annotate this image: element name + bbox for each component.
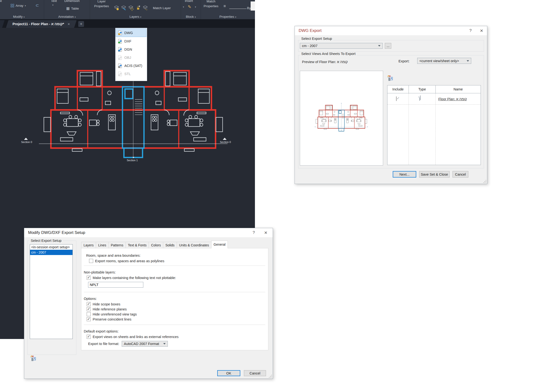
export-rooms-checkbox-row[interactable]: Export rooms, spaces and areas as polyli… — [89, 259, 164, 263]
combobox-value: AutoCAD 2007 Format — [124, 342, 162, 346]
setup-list-toolbar — [31, 357, 33, 361]
flyout-item-obj[interactable]: OBJ — [116, 53, 146, 61]
checkbox[interactable] — [87, 335, 91, 339]
tab-solids[interactable]: Solids — [163, 242, 177, 248]
listbox-item-selected[interactable]: cm - 2007 — [30, 250, 73, 255]
checkbox-label: Make layers containing the following tex… — [93, 276, 176, 280]
column-header-include[interactable]: Include — [387, 86, 409, 93]
flyout-item-label: DGN — [124, 48, 132, 51]
dwg-icon — [118, 30, 122, 35]
column-header-type[interactable]: Type — [409, 86, 435, 93]
flyout-item-label: DWG — [124, 31, 133, 35]
checkbox-label: Hide scope boxes — [93, 302, 120, 306]
default-export-options-label: Default export options: — [84, 329, 119, 333]
listbox-item[interactable]: <in-session export setup> — [30, 244, 73, 250]
chevron-down-icon — [467, 60, 469, 62]
export-setup-combobox[interactable]: cm - 2007 — [300, 43, 383, 49]
close-icon[interactable]: ✕ — [260, 228, 271, 237]
divider — [84, 266, 265, 266]
checkbox[interactable] — [87, 307, 91, 311]
tab-lines[interactable]: Lines — [96, 242, 109, 248]
checkbox-label: Export views on sheets and links as exte… — [93, 335, 179, 339]
column-header-name[interactable]: Name — [435, 86, 481, 93]
make-layers-checkbox-row[interactable]: Make layers containing the following tex… — [87, 276, 176, 280]
chevron-down-icon — [163, 343, 166, 344]
tab-general[interactable]: General — [211, 241, 228, 248]
modify-export-setup-dialog: Modify DWG/DXF Export Setup ? ✕ Select E… — [24, 228, 273, 379]
dialog-title: Modify DWG/DXF Export Setup — [28, 230, 85, 235]
hide-scope-boxes-row[interactable]: Hide scope boxes — [87, 302, 120, 306]
checkbox[interactable] — [87, 276, 91, 280]
help-icon[interactable]: ? — [465, 26, 476, 35]
close-icon[interactable]: ✕ — [476, 26, 487, 35]
flyout-item-dxf[interactable]: DXF — [116, 37, 146, 45]
flyout-item-label: DXF — [124, 39, 131, 43]
tab-layers[interactable]: Layers — [81, 242, 96, 248]
checkbox-label: Hide unreferenced view tags — [93, 312, 137, 316]
export-xref-checkbox-row[interactable]: Export views on sheets and links as exte… — [87, 335, 179, 339]
divider — [84, 325, 265, 325]
dwg-export-dialog: DWG Export ? ✕ Select Export Setup cm - … — [295, 26, 487, 184]
table-row-name-link[interactable]: Floor Plan: קומה א — [438, 97, 467, 101]
tab-text-fonts[interactable]: Text & Fonts — [125, 242, 149, 248]
checkbox[interactable] — [87, 317, 91, 321]
tab-patterns[interactable]: Patterns — [109, 242, 126, 248]
cancel-button[interactable]: Cancel — [453, 171, 468, 178]
autocad-drawing-canvas[interactable]: Section 1 Section 1 Section 0 Section 0 — [0, 161, 255, 178]
checkbox[interactable] — [87, 312, 91, 316]
cancel-button[interactable]: Cancel — [244, 370, 266, 376]
resize-grip[interactable] — [483, 180, 486, 183]
flyout-item-dwg[interactable]: DWG — [116, 29, 146, 37]
flyout-item-label: STL — [124, 72, 131, 76]
group-label: Select Export Setup — [29, 239, 63, 242]
help-icon[interactable]: ? — [248, 228, 259, 237]
row-divider — [387, 104, 481, 105]
export-file-format-label: Export to file format: — [88, 342, 119, 346]
group-label: Select Export Setup — [300, 37, 333, 41]
stl-icon — [118, 71, 122, 76]
checkbox[interactable] — [87, 302, 91, 306]
cad-formats-flyout: DWG DXF DGN OBJ ACIS (SAT) STL — [115, 28, 147, 81]
dxf-icon — [118, 39, 122, 44]
flyout-item-label: OBJ — [124, 56, 131, 59]
ok-button[interactable]: OK — [217, 370, 240, 376]
checkbox[interactable] — [89, 259, 93, 263]
divider — [84, 292, 265, 292]
flyout-item-label: ACIS (SAT) — [124, 64, 142, 68]
acis-sat-icon — [118, 63, 122, 68]
dialog-titlebar[interactable]: Modify DWG/DXF Export Setup — [24, 228, 273, 237]
preview-floorplan-drawing — [314, 103, 369, 131]
browse-setups-button[interactable]: ... — [385, 43, 391, 49]
table-row-include-checkbox[interactable] — [396, 97, 397, 101]
section1-bottom-label: Section 1 — [127, 161, 138, 162]
settings-tabs: Layers Lines Patterns Text & Fonts Color… — [81, 241, 227, 248]
checkbox-label: Export rooms, spaces and areas as polyli… — [95, 259, 164, 263]
preserve-coincident-lines-row[interactable]: Preserve coincident lines — [87, 317, 131, 321]
next-button[interactable]: Next... — [393, 171, 416, 178]
nplt-text-input[interactable] — [88, 282, 143, 288]
preview-label: Preview of Floor Plan: קומה א — [302, 60, 348, 64]
group-label: Select Views And Sheets To Export — [300, 52, 357, 56]
flyout-item-acis-sat[interactable]: ACIS (SAT) — [116, 62, 146, 70]
export-setup-listbox[interactable]: <in-session export setup> cm - 2007 — [30, 244, 73, 339]
dialog-titlebar[interactable]: DWG Export — [295, 26, 487, 35]
tab-colors[interactable]: Colors — [149, 242, 163, 248]
flyout-item-dgn[interactable]: DGN — [116, 45, 146, 53]
chevron-down-icon — [378, 45, 380, 47]
delete-set-icon[interactable] — [390, 76, 390, 81]
combobox-value: <current view/sheet only> — [419, 59, 465, 63]
flyout-item-stl[interactable]: STL — [116, 70, 146, 78]
hide-unreferenced-view-tags-row[interactable]: Hide unreferenced view tags — [87, 312, 137, 316]
file-format-combobox[interactable]: AutoCAD 2007 Format — [122, 341, 168, 347]
tab-units-coordinates[interactable]: Units & Coordinates — [177, 242, 212, 248]
hide-reference-planes-row[interactable]: Hide reference planes — [87, 307, 127, 311]
save-set-close-button[interactable]: Save Set & Close — [419, 171, 450, 178]
non-plottable-label: Non-plottable layers: — [84, 270, 116, 274]
options-label: Options: — [84, 297, 97, 301]
general-tab-content: Room, space and area boundaries: Export … — [81, 248, 268, 350]
dialog-title: DWG Export — [299, 28, 321, 33]
delete-setup-icon[interactable] — [33, 356, 33, 361]
export-scope-combobox[interactable]: <current view/sheet only> — [417, 58, 471, 64]
resize-grip[interactable] — [269, 374, 272, 378]
floor-plan-type-icon — [419, 96, 420, 100]
